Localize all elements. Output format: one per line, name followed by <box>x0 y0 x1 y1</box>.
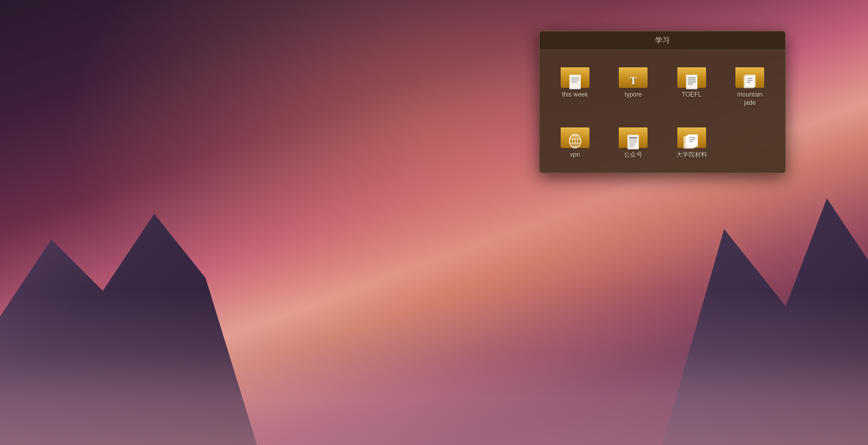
typore-icon: T <box>630 75 637 87</box>
svg-rect-3 <box>571 82 577 83</box>
folder-icon-typore: T <box>619 63 648 88</box>
folder-item-toefl[interactable]: TOEFL <box>664 60 719 110</box>
svg-rect-12 <box>747 80 753 81</box>
folder-item-this-week[interactable]: this week <box>548 60 602 110</box>
toefl-icon <box>685 74 699 93</box>
svg-rect-11 <box>747 78 753 79</box>
folder-item-vpn[interactable]: vpn <box>548 120 602 162</box>
svg-rect-29 <box>689 139 695 140</box>
gongzhonghao-icon <box>626 134 640 153</box>
svg-rect-21 <box>629 140 637 141</box>
folder-item-university-materials[interactable]: 大学院材料 <box>664 120 719 162</box>
folder-item-gongzhonghao[interactable]: 公众号 <box>606 120 661 162</box>
mountain-jade-icon <box>743 74 757 93</box>
folder-item-typore[interactable]: T typore <box>606 60 661 110</box>
folder-row2-empty <box>723 120 778 162</box>
folder-content-row1: this week T typore <box>540 50 785 120</box>
folder-icon-mountain-jade <box>735 63 764 88</box>
svg-rect-1 <box>571 78 579 79</box>
folder-icon-toefl <box>677 63 706 88</box>
this-week-icon <box>568 74 582 93</box>
folder-title: 学习 <box>655 36 670 44</box>
vpn-icon <box>568 134 582 153</box>
folder-titlebar: 学习 <box>540 31 785 50</box>
svg-rect-20 <box>629 137 637 139</box>
svg-rect-24 <box>629 146 634 147</box>
folder-icon-this-week <box>561 63 589 88</box>
folder-icon-university-materials <box>677 123 706 148</box>
svg-rect-5 <box>688 78 696 79</box>
svg-rect-28 <box>689 137 695 138</box>
svg-rect-7 <box>688 82 696 83</box>
folder-icon-vpn <box>561 123 589 148</box>
folder-item-mountain-jade[interactable]: mountain jade <box>723 60 778 110</box>
svg-rect-23 <box>629 144 635 145</box>
folder-icon-gongzhonghao <box>619 123 648 148</box>
svg-rect-22 <box>629 142 637 143</box>
blossom-overlay <box>0 291 868 445</box>
svg-rect-30 <box>689 141 693 142</box>
folder-content-row2: vpn <box>540 120 785 173</box>
folder-label-mountain-jade: mountain jade <box>737 91 763 107</box>
svg-rect-6 <box>688 80 696 81</box>
svg-rect-27 <box>688 135 698 147</box>
svg-rect-13 <box>747 82 751 83</box>
folder-label-typore: typore <box>625 91 642 99</box>
folder-window: 学习 this week <box>539 31 786 173</box>
svg-rect-2 <box>571 80 579 81</box>
university-materials-icon <box>684 134 700 153</box>
svg-rect-8 <box>688 84 693 85</box>
